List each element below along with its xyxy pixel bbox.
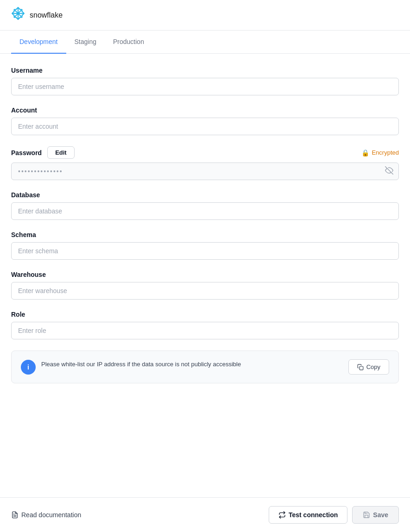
warehouse-input[interactable] — [11, 282, 399, 300]
password-group: Password Edit 🔒 Encrypted — [11, 146, 399, 180]
svg-rect-1 — [360, 366, 363, 370]
password-label-row: Password Edit 🔒 Encrypted — [11, 146, 399, 159]
info-icon: i — [21, 360, 36, 375]
account-label: Account — [11, 106, 399, 114]
copy-ip-button[interactable]: Copy — [348, 359, 389, 375]
account-group: Account — [11, 106, 399, 135]
username-group: Username — [11, 67, 399, 95]
arrows-icon — [278, 511, 286, 519]
info-box-left: i Please white-list our IP address if th… — [21, 360, 241, 375]
role-input[interactable] — [11, 322, 399, 339]
schema-group: Schema — [11, 231, 399, 260]
warehouse-label: Warehouse — [11, 271, 399, 278]
lock-icon: 🔒 — [361, 149, 369, 156]
password-input[interactable] — [11, 163, 399, 180]
password-edit-button[interactable]: Edit — [47, 146, 75, 159]
main-content: Username Account Password Edit 🔒 Encrypt… — [0, 54, 410, 396]
tab-staging[interactable]: Staging — [66, 31, 105, 54]
database-label: Database — [11, 191, 399, 199]
snowflake-logo-icon — [11, 6, 25, 24]
footer-actions: Test connection Save — [269, 506, 399, 524]
tab-production[interactable]: Production — [105, 31, 152, 54]
account-input[interactable] — [11, 118, 399, 135]
read-documentation-link[interactable]: Read documentation — [11, 511, 81, 519]
database-group: Database — [11, 191, 399, 220]
schema-input[interactable] — [11, 242, 399, 260]
copy-icon — [357, 364, 364, 370]
password-input-wrapper — [11, 163, 399, 180]
header: snowflake — [0, 0, 410, 31]
username-input[interactable] — [11, 78, 399, 95]
password-label-left: Password Edit — [11, 146, 75, 159]
tabs-container: Development Staging Production — [0, 31, 410, 54]
info-text: Please white-list our IP address if the … — [41, 360, 241, 369]
username-label: Username — [11, 67, 399, 74]
tab-development[interactable]: Development — [11, 31, 66, 54]
role-group: Role — [11, 311, 399, 339]
warehouse-group: Warehouse — [11, 271, 399, 300]
test-connection-button[interactable]: Test connection — [269, 506, 347, 524]
database-input[interactable] — [11, 202, 399, 220]
ip-whitelist-info-box: i Please white-list our IP address if th… — [11, 350, 399, 383]
password-label: Password — [11, 149, 42, 156]
encrypted-badge: 🔒 Encrypted — [361, 149, 399, 156]
encrypted-label: Encrypted — [372, 149, 399, 156]
role-label: Role — [11, 311, 399, 318]
schema-label: Schema — [11, 231, 399, 238]
toggle-password-visibility-button[interactable] — [385, 166, 393, 176]
save-icon — [363, 511, 370, 519]
save-button[interactable]: Save — [352, 506, 399, 524]
docs-icon — [11, 511, 19, 519]
app-title: snowflake — [30, 11, 63, 19]
footer: Read documentation Test connection Save — [0, 497, 410, 532]
